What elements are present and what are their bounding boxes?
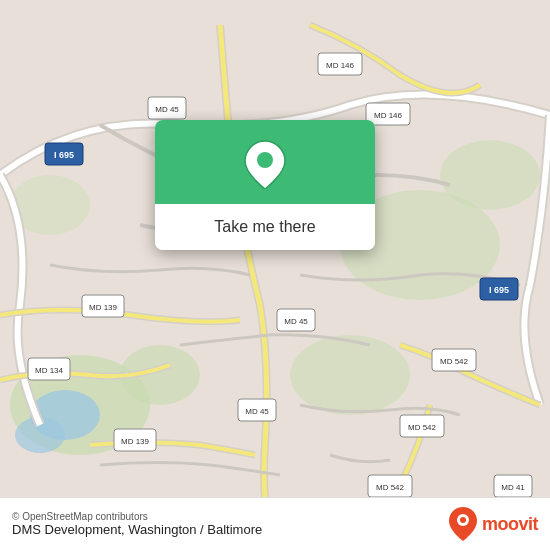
svg-text:MD 542: MD 542: [408, 423, 437, 432]
svg-text:MD 146: MD 146: [374, 111, 403, 120]
svg-point-5: [440, 140, 540, 210]
bottom-bar: © OpenStreetMap contributors DMS Develop…: [0, 497, 550, 550]
svg-text:MD 45: MD 45: [155, 105, 179, 114]
svg-text:MD 45: MD 45: [245, 407, 269, 416]
svg-text:MD 542: MD 542: [376, 483, 405, 492]
moovit-logo: moovit: [448, 506, 538, 542]
location-pin-icon: [243, 142, 287, 186]
take-me-there-button[interactable]: Take me there: [155, 204, 375, 250]
popup-header: [155, 120, 375, 204]
svg-text:MD 134: MD 134: [35, 366, 64, 375]
svg-point-39: [257, 152, 273, 168]
moovit-text: moovit: [482, 514, 538, 535]
svg-text:MD 139: MD 139: [89, 303, 118, 312]
svg-text:MD 45: MD 45: [284, 317, 308, 326]
svg-text:I 695: I 695: [489, 285, 509, 295]
svg-point-4: [290, 335, 410, 415]
moovit-pin-icon: [448, 506, 478, 542]
map-container: I 695 I 695 I 695 MD 45 MD 45 MD 45 MD 1…: [0, 0, 550, 550]
svg-point-41: [460, 517, 466, 523]
bottom-left-info: © OpenStreetMap contributors DMS Develop…: [12, 511, 262, 537]
svg-text:MD 41: MD 41: [501, 483, 525, 492]
copyright-text: © OpenStreetMap contributors: [12, 511, 262, 522]
popup-card: Take me there: [155, 120, 375, 250]
svg-text:MD 146: MD 146: [326, 61, 355, 70]
svg-text:I 695: I 695: [54, 150, 74, 160]
svg-text:MD 542: MD 542: [440, 357, 469, 366]
location-title: DMS Development, Washington / Baltimore: [12, 522, 262, 537]
svg-text:MD 139: MD 139: [121, 437, 150, 446]
